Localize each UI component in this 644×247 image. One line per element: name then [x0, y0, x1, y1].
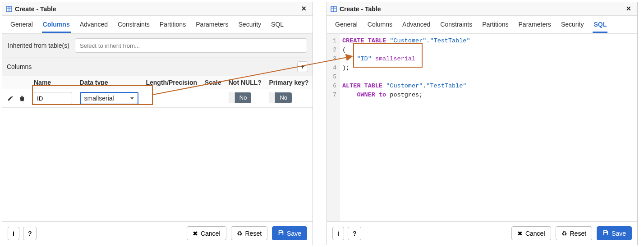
dialog-title: Create - Table [15, 5, 56, 13]
info-button[interactable]: i [332, 227, 344, 240]
tabbar-right: General Columns Advanced Constraints Par… [327, 16, 637, 34]
tab-security[interactable]: Security [560, 16, 585, 33]
sql-code[interactable]: CREATE TABLE "Customer"."TestTable"( "ID… [340, 34, 474, 221]
tab-columns[interactable]: Columns [42, 16, 71, 33]
edit-row-icon[interactable] [6, 94, 15, 103]
tabbar-left: General Columns Advanced Constraints Par… [2, 16, 313, 34]
col-header-datatype: Data type [76, 76, 143, 89]
table-icon [331, 6, 337, 12]
tab-parameters[interactable]: Parameters [518, 16, 552, 33]
reset-button[interactable]: ♻ Reset [556, 226, 593, 240]
inherit-row: Inherited from table(s) [2, 34, 313, 58]
help-button[interactable]: ? [348, 227, 362, 240]
close-icon[interactable]: × [623, 4, 634, 14]
reset-button[interactable]: ♻ Reset [231, 226, 268, 240]
col-header-name: Name [30, 76, 76, 89]
code-gutter: 1234567 [327, 34, 340, 221]
tab-advanced[interactable]: Advanced [79, 16, 109, 33]
save-button[interactable]: Save [272, 226, 307, 240]
tab-general[interactable]: General [9, 16, 34, 33]
dialog-title: Create - Table [340, 5, 381, 13]
delete-row-icon[interactable] [18, 94, 27, 103]
col-header-scale: Scale [201, 76, 225, 89]
columns-table: Name Data type Length/Precision Scale No… [2, 76, 313, 108]
inherit-input[interactable] [75, 38, 307, 53]
close-icon: ✖ [517, 230, 523, 237]
tab-constraints[interactable]: Constraints [117, 16, 151, 33]
columns-section-title: Columns [7, 63, 32, 70]
column-datatype-select[interactable]: smallserial [80, 92, 138, 105]
col-header-primarykey: Primary key? [265, 76, 313, 89]
tab-columns[interactable]: Columns [367, 16, 393, 33]
table-icon [6, 6, 12, 12]
recycle-icon: ♻ [237, 230, 243, 237]
close-icon[interactable]: × [299, 4, 309, 14]
save-icon [603, 229, 609, 237]
col-header-length: Length/Precision [142, 76, 201, 89]
columns-section-header: Columns + [2, 58, 313, 76]
primary-key-toggle[interactable]: No [269, 92, 292, 103]
column-name-input[interactable] [34, 92, 72, 105]
chevron-down-icon [130, 97, 134, 100]
tab-advanced[interactable]: Advanced [401, 16, 431, 33]
tab-parameters[interactable]: Parameters [195, 16, 229, 33]
recycle-icon: ♻ [561, 230, 567, 237]
save-icon [278, 229, 284, 237]
tab-constraints[interactable]: Constraints [439, 16, 473, 33]
help-button[interactable]: ? [23, 227, 37, 240]
tab-sql[interactable]: SQL [593, 16, 607, 33]
tab-security[interactable]: Security [238, 16, 262, 33]
tab-general[interactable]: General [334, 16, 359, 33]
create-table-dialog-sql: Create - Table × General Columns Advance… [327, 2, 638, 245]
tab-partitions[interactable]: Partitions [481, 16, 509, 33]
col-header-notnull: Not NULL? [225, 76, 266, 89]
tab-partitions[interactable]: Partitions [159, 16, 187, 33]
info-button[interactable]: i [8, 227, 19, 240]
dialog-header: Create - Table × [327, 2, 637, 16]
table-row: smallserial No [2, 89, 313, 108]
not-null-toggle[interactable]: No [229, 92, 252, 103]
cancel-button[interactable]: ✖ Cancel [187, 226, 226, 240]
create-table-dialog-columns: Create - Table × General Columns Advance… [2, 2, 313, 245]
dialog-footer: i ? ✖ Cancel ♻ Reset Save [327, 221, 637, 245]
save-button[interactable]: Save [597, 226, 632, 240]
tab-sql[interactable]: SQL [270, 16, 285, 33]
columns-body: Inherited from table(s) Columns + Name D… [2, 34, 313, 221]
column-datatype-value: smallserial [84, 95, 114, 102]
dialog-header: Create - Table × [2, 2, 313, 16]
add-column-button[interactable]: + [297, 61, 308, 72]
close-icon: ✖ [193, 230, 198, 237]
inherit-label: Inherited from table(s) [8, 42, 69, 49]
cancel-button[interactable]: ✖ Cancel [511, 226, 551, 240]
dialog-footer: i ? ✖ Cancel ♻ Reset Save [2, 221, 313, 245]
sql-body: 1234567 CREATE TABLE "Customer"."TestTab… [327, 34, 637, 221]
